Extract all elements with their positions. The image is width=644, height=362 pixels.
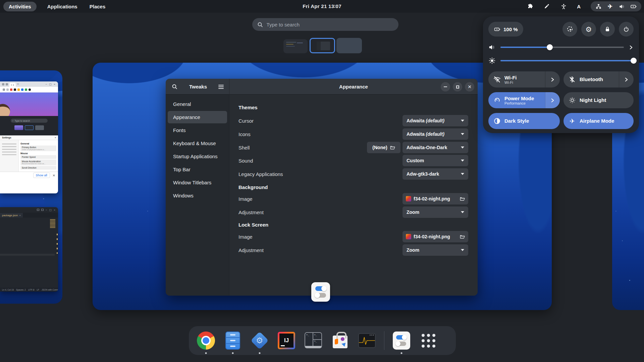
dock-chrome[interactable] <box>196 330 216 351</box>
keyboard-layout-indicator[interactable]: A <box>577 4 581 9</box>
chevron-down-icon <box>461 146 464 148</box>
chevron-down-icon <box>461 133 464 135</box>
chrome-toolbar <box>0 87 58 93</box>
dock-system-monitor[interactable] <box>357 330 377 351</box>
terminal-icon: >_>_>_ <box>305 332 322 348</box>
power-button[interactable] <box>619 22 634 37</box>
workspace-thumbnail-3[interactable] <box>336 38 362 53</box>
editor-tab[interactable]: package.json× <box>0 213 23 218</box>
volume-expand-chevron-icon[interactable] <box>629 45 634 50</box>
tweaks-app-icon[interactable] <box>311 282 330 302</box>
bluetooth-expand-button[interactable] <box>619 71 634 87</box>
power-mode-tile[interactable]: Power Mode Performance <box>488 92 560 108</box>
sidebar-item-keyboard-mouse[interactable]: Keyboard & Mouse <box>168 137 227 149</box>
shell-none-button[interactable]: (None) <box>367 142 400 153</box>
show-all-downloads-button[interactable]: Show all <box>33 173 50 178</box>
extension-icon[interactable] <box>3 88 5 91</box>
avatar[interactable] <box>29 88 31 91</box>
volume-slider[interactable] <box>500 47 624 48</box>
places-menu[interactable]: Places <box>88 2 107 11</box>
search-icon[interactable] <box>171 83 178 90</box>
chevron-down-icon <box>461 120 464 122</box>
sidebar-item-windows[interactable]: Windows <box>168 189 227 202</box>
chevron-right-icon <box>550 77 555 82</box>
dock-intellij[interactable]: IJ <box>276 330 297 351</box>
editor-area[interactable] <box>0 218 58 288</box>
maximize-button[interactable] <box>453 82 462 92</box>
color-picker-icon[interactable] <box>543 3 550 10</box>
extension-puzzle-icon[interactable] <box>527 3 533 10</box>
airplane-mode-tile[interactable]: ✈ Airplane Mode <box>564 113 634 129</box>
minimize-icon[interactable]: − <box>46 208 47 212</box>
wifi-expand-button[interactable] <box>545 71 560 87</box>
lock-screen-adjustment-dropdown[interactable]: Zoom <box>402 244 468 256</box>
system-status-area[interactable]: ✈ <box>591 1 641 11</box>
screenshot-button[interactable] <box>562 22 577 37</box>
icons-dropdown[interactable]: Adwaita (default) <box>402 128 468 140</box>
lock-screen-image-button[interactable]: f34-02-night.png <box>402 231 468 242</box>
dock-builder[interactable]: ⚙ <box>249 330 270 351</box>
dock-terminal[interactable]: >_>_>_ <box>303 330 324 351</box>
extension-icon[interactable] <box>17 88 20 91</box>
shell-dropdown[interactable]: Adwaita-One-Dark <box>402 142 468 153</box>
sidebar-item-startup-applications[interactable]: Startup Applications <box>168 150 227 163</box>
dock-show-applications[interactable] <box>418 330 439 351</box>
layout-icon[interactable] <box>37 209 39 211</box>
power-mode-expand-button[interactable] <box>545 92 560 108</box>
workspace-thumbnail-1[interactable] <box>283 39 308 53</box>
extension-icon[interactable] <box>21 88 23 91</box>
tweaks-sidebar: General Appearance Fonts Keyboard & Mous… <box>166 95 229 296</box>
menu-icon[interactable] <box>218 85 224 89</box>
sound-dropdown[interactable]: Custom <box>402 155 468 166</box>
dock-tweaks[interactable] <box>391 330 412 351</box>
legacy-applications-dropdown[interactable]: Adw-gtk3-dark <box>402 168 468 180</box>
cursor-dropdown[interactable]: Adwaita (default) <box>402 115 468 126</box>
sidebar-item-appearance[interactable]: Appearance <box>168 111 227 123</box>
search-input[interactable] <box>267 22 394 27</box>
close-button[interactable]: ✕ <box>465 82 474 92</box>
dock-software[interactable] <box>330 330 351 351</box>
extension-icon[interactable] <box>10 88 12 91</box>
night-light-tile[interactable]: Night Light <box>564 92 634 108</box>
brightness-slider[interactable] <box>500 60 634 61</box>
editor-window-preview[interactable]: − ▢ × package.json× Ln 4, Col 15 Spaces:… <box>0 207 58 292</box>
applications-menu[interactable]: Applications <box>46 2 79 11</box>
accessibility-icon[interactable] <box>560 3 567 10</box>
sidebar-item-top-bar[interactable]: Top Bar <box>168 163 227 176</box>
sidebar-item-window-titlebars[interactable]: Window Titlebars <box>168 176 227 189</box>
extension-icon[interactable] <box>25 88 27 91</box>
sidebar-item-general[interactable]: General <box>168 98 227 110</box>
extension-icon[interactable] <box>6 88 9 91</box>
clock[interactable]: Fri Apr 21 13∶07 <box>303 3 341 9</box>
settings-gear-button[interactable]: ⚙ <box>581 22 596 37</box>
bluetooth-tile[interactable]: Bluetooth <box>564 71 634 87</box>
background-image-button[interactable]: f34-02-night.png <box>402 193 468 204</box>
battery-status-pill[interactable]: 100 % <box>488 22 523 37</box>
extension-icon[interactable] <box>14 88 16 91</box>
close-icon[interactable]: × <box>54 208 55 212</box>
window-controls[interactable]: − ▢ × <box>46 83 56 86</box>
page-title: Appearance <box>229 84 478 89</box>
workspace-thumbnail-2-active[interactable] <box>310 38 335 53</box>
editor-titlebar: − ▢ × <box>0 207 58 213</box>
tweaks-icon <box>393 331 410 350</box>
sidebar-item-fonts[interactable]: Fonts <box>168 124 227 136</box>
active-tab[interactable]: I× <box>9 83 16 87</box>
maximize-icon[interactable]: ▢ <box>49 208 52 212</box>
new-tab-button[interactable]: + <box>17 82 19 86</box>
overview-search[interactable] <box>252 18 398 31</box>
workspace-left[interactable]: I× + − ▢ × ⌕Type to search <box>0 70 62 304</box>
icons-label: Icons <box>238 131 251 137</box>
chrome-window-preview[interactable]: I× + − ▢ × ⌕Type to search <box>0 81 58 193</box>
dock-files[interactable] <box>222 330 243 351</box>
close-downloads-icon[interactable]: ✕ <box>53 174 55 177</box>
activities-button[interactable]: Activities <box>3 2 37 11</box>
dark-style-tile[interactable]: Dark Style <box>488 113 560 129</box>
lock-screen-button[interactable] <box>600 22 615 37</box>
wifi-tile[interactable]: Wi-Fi Wi-Fi <box>488 71 560 87</box>
battery-percent: 100 % <box>503 26 518 32</box>
layout-icon[interactable] <box>41 209 44 211</box>
minimize-button[interactable] <box>441 82 450 92</box>
background-adjustment-dropdown[interactable]: Zoom <box>402 206 468 218</box>
tweaks-window[interactable]: Tweaks Appearance ✕ General Appearance F… <box>166 79 478 296</box>
